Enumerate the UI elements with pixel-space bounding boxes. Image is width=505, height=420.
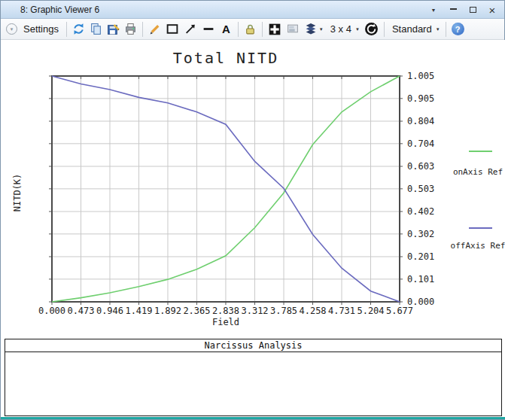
grid-size-caret-icon: ▼ [355, 27, 360, 32]
titlebar-dropdown-icon[interactable]: ▼ [427, 4, 440, 16]
layers-caret-icon: ▼ [319, 27, 324, 32]
x-tick-label: 1.419 [125, 306, 152, 316]
y-tick-label: 0.101 [407, 274, 434, 285]
toolbar-separator [446, 22, 446, 37]
lock-icon [244, 23, 257, 35]
toolbar-separator [66, 22, 67, 37]
view-mode-button[interactable]: Standard ▼ [388, 20, 443, 38]
reset-view-button[interactable] [362, 20, 381, 38]
window-title: 8: Graphic Viewer 6 [20, 5, 99, 15]
screen-icon [286, 23, 300, 35]
x-tick-label: 1.892 [154, 306, 181, 316]
layers-icon [304, 23, 318, 35]
toolbar-separator [384, 22, 385, 37]
x-tick-label: 0.000 [38, 306, 65, 316]
settings-button[interactable]: ▼ Settings [4, 20, 63, 38]
refresh-icon [72, 23, 85, 35]
y-tick-label: 0.302 [407, 229, 434, 239]
x-tick-label: 0.473 [67, 306, 94, 316]
copy-button[interactable] [87, 20, 105, 38]
x-tick-label: 3.312 [241, 306, 268, 316]
arrow-tool-button[interactable] [181, 20, 199, 38]
view-mode-caret-icon: ▼ [436, 27, 440, 32]
line-tool-button[interactable] [199, 20, 218, 38]
text-tool-icon: A [220, 23, 233, 35]
y-tick-label: 0.704 [407, 138, 434, 149]
graphic-viewer-window: 8: Graphic Viewer 6 ▼ × ▼ Settings [0, 0, 505, 420]
toolbar-separator [142, 22, 143, 37]
legend-line-offaxis [469, 227, 492, 229]
x-tick-label: 2.365 [183, 306, 210, 316]
y-tick-label: 0.201 [407, 251, 434, 262]
pencil-icon [148, 23, 161, 35]
view-mode-label: Standard [392, 23, 432, 35]
toolbar-separator [262, 22, 263, 37]
rectangle-icon [166, 23, 179, 35]
y-tick-label: 0.603 [407, 161, 434, 172]
x-tick-label: 5.204 [357, 306, 384, 316]
x-tick-label: 4.731 [328, 306, 355, 316]
line-icon [202, 23, 215, 35]
y-tick-label: 0.804 [407, 116, 434, 126]
close-button[interactable]: × [486, 4, 498, 16]
lock-button[interactable] [242, 20, 259, 38]
x-tick-label: 4.258 [299, 306, 326, 316]
legend-label-offaxis: offAxis Ref [445, 241, 505, 251]
text-tool-button[interactable]: A [218, 20, 235, 38]
grid-size-button[interactable]: 3 x 4 ▼ [326, 20, 362, 38]
print-icon [124, 23, 137, 35]
x-tick-label: 3.785 [270, 306, 297, 316]
window-bottom-edge [1, 417, 505, 419]
bottom-area: Narcissus Analysis [1, 336, 505, 418]
refresh-button[interactable] [70, 20, 87, 38]
reset-icon [364, 22, 379, 36]
save-button[interactable] [105, 20, 122, 38]
settings-chevron-icon: ▼ [6, 23, 17, 35]
panel-body [5, 352, 501, 415]
copy-icon [90, 23, 102, 35]
minimize-icon [450, 8, 457, 10]
maximize-icon [470, 7, 476, 13]
y-tick-label: 0.905 [407, 93, 434, 104]
x-tick-label: 0.946 [96, 306, 123, 316]
settings-label: Settings [23, 23, 59, 35]
tile-windows-button[interactable] [266, 20, 284, 38]
x-axis-title: Field [52, 317, 400, 327]
y-tick-label: 0.402 [407, 206, 434, 217]
x-tick-label: 5.677 [386, 306, 413, 316]
arrow-icon [184, 23, 197, 35]
chart-area: Total NITD 0.0000.1010.2010.3020.4020.50… [1, 40, 505, 336]
tile-window-icon [268, 23, 281, 36]
legend-label-onaxis: onAxis Ref [445, 167, 505, 177]
y-axis-title: NITD(K) [12, 174, 23, 212]
minimize-button[interactable] [447, 4, 459, 16]
layers-button[interactable]: ▼ [302, 20, 326, 38]
pencil-tool-button[interactable] [146, 20, 163, 38]
toolbar-separator [238, 22, 239, 37]
help-icon: ? [452, 23, 464, 35]
x-tick-label: 2.838 [212, 306, 239, 316]
narcissus-analysis-panel: Narcissus Analysis [5, 339, 502, 416]
print-button[interactable] [122, 20, 139, 38]
help-button[interactable]: ? [449, 20, 467, 38]
panel-title: Narcissus Analysis [5, 339, 501, 352]
titlebar[interactable]: 8: Graphic Viewer 6 ▼ × [1, 1, 504, 19]
toolbar: ▼ Settings [1, 19, 504, 40]
grid-size-label: 3 x 4 [330, 23, 351, 35]
maximize-button[interactable] [467, 4, 479, 16]
save-icon [107, 23, 120, 35]
rectangle-tool-button[interactable] [163, 20, 181, 38]
legend-line-onaxis [469, 151, 492, 152]
y-tick-label: 1.005 [407, 71, 434, 81]
y-tick-label: 0.503 [407, 184, 434, 194]
screen-capture-button[interactable] [284, 20, 302, 38]
